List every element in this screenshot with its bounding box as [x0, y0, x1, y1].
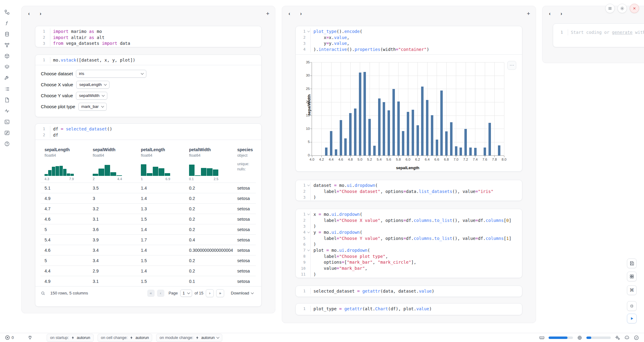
code-cell-dataframe[interactable]: 1df = selected_dataset()2df sepalLengthf… [35, 123, 262, 307]
chart-bar[interactable] [359, 73, 361, 155]
runtime-config-chip[interactable]: on startup:autorun [47, 334, 94, 342]
fold-chevron-icon[interactable] [306, 30, 310, 32]
code-line[interactable]: 2 label="Choose dataset", options=data.l… [296, 188, 522, 194]
code-line[interactable]: 1dataset = mo.ui.dropdown( [296, 182, 522, 188]
package-icon[interactable] [4, 53, 10, 59]
fold-chevron-icon[interactable] [306, 213, 310, 215]
code-line[interactable]: 1x = mo.ui.dropdown( [296, 211, 522, 217]
code-cell-imports[interactable]: 1import marimo as mo2import altair as al… [35, 26, 262, 47]
dropdown-select[interactable]: sepalLength [76, 81, 110, 89]
table-row[interactable]: 4.42.91.40.2setosa [41, 265, 256, 276]
code-line[interactable]: 1df = selected_dataset() [35, 126, 261, 132]
fold-chevron-icon[interactable] [306, 249, 310, 251]
database-icon[interactable] [4, 31, 10, 37]
table-row[interactable]: 53.41.50.2setosa [41, 255, 256, 265]
panel-prev-button[interactable]: ‹ [26, 11, 32, 16]
dropdown-select[interactable]: iris [76, 70, 146, 78]
next-page-button[interactable]: › [206, 289, 214, 297]
tracing-icon[interactable] [4, 108, 10, 114]
save-button[interactable] [627, 258, 637, 268]
code-line[interactable]: 6) [296, 241, 522, 247]
table-column-header[interactable]: petalWidthfloat640.12.5 [185, 140, 233, 183]
chart-bar[interactable] [421, 87, 424, 155]
table-row[interactable]: 4.93.11.50.1setosa [41, 276, 256, 286]
code-line[interactable]: 4y = mo.ui.dropdown( [296, 229, 522, 235]
panel-next-button[interactable]: › [38, 11, 44, 16]
chart-bar[interactable] [388, 110, 390, 155]
chart-bar[interactable] [373, 146, 376, 155]
prev-page-button[interactable]: ‹ [157, 290, 164, 297]
code-line[interactable]: 1import marimo as mo [35, 28, 261, 34]
code-line[interactable]: 5 label="Choose Y value", options=df.col… [296, 235, 522, 241]
code-line[interactable]: 2 label="Choose X value", options=df.col… [296, 217, 522, 223]
interrupt-button[interactable] [627, 301, 637, 311]
chart-bar[interactable] [354, 109, 356, 155]
status-check-icon[interactable] [634, 335, 639, 340]
first-page-button[interactable]: « [147, 290, 155, 297]
chart-bar[interactable] [450, 122, 453, 155]
code-line[interactable]: 9 options=["mark_bar", "mark_circle"], [296, 259, 522, 265]
chart-bar[interactable] [392, 89, 395, 155]
build-icon[interactable] [4, 75, 10, 81]
code-line[interactable]: 1mo.vstack([dataset, x, y, plot]) [35, 57, 261, 63]
table-row[interactable]: 4.931.40.2setosa [41, 193, 256, 203]
download-button[interactable]: Download [231, 291, 253, 295]
copilot-icon[interactable] [624, 335, 630, 340]
chart-bar[interactable] [445, 131, 448, 155]
panel-prev-button[interactable]: ‹ [286, 11, 292, 16]
chart-bar[interactable] [431, 115, 433, 155]
new-code-cell[interactable]: 1Start coding or generate with [553, 23, 644, 47]
document-icon[interactable] [4, 97, 10, 103]
code-line[interactable]: 1plot_type = getattr(alt.Chart(df), plot… [296, 306, 522, 312]
code-cell-plot[interactable]: 1plot_type().encode(2 x=x.value,3 y=y.va… [295, 26, 522, 172]
chart-bar[interactable] [460, 148, 462, 155]
chart-bar[interactable] [417, 125, 419, 155]
code-line[interactable]: 1selected_dataset = getattr(data, datase… [296, 288, 522, 294]
chart-bar[interactable] [464, 129, 467, 155]
chart-bar[interactable] [440, 91, 443, 155]
table-row[interactable]: 4.63.11.50.2setosa [41, 214, 256, 224]
fold-chevron-icon[interactable] [306, 231, 310, 233]
help-icon[interactable] [4, 141, 10, 147]
code-line[interactable]: 3 y=y.value, [296, 40, 522, 46]
code-line[interactable]: 3from vega_datasets import data [35, 40, 261, 46]
runtime-config-chip[interactable]: on cell change:autorun [98, 334, 152, 342]
chart-bar[interactable] [363, 72, 366, 155]
ai-sparkles-icon[interactable] [615, 335, 620, 340]
code-line[interactable]: 1Start coding or generate with [553, 29, 644, 35]
code-line[interactable]: 2df [35, 132, 261, 138]
layers-icon[interactable] [4, 64, 10, 70]
add-cell-button[interactable]: + [525, 10, 531, 17]
code-line[interactable]: 3) [296, 194, 522, 200]
error-indicator[interactable]: 0 [5, 335, 14, 340]
chart-bar[interactable] [378, 98, 381, 155]
dropdown-select[interactable]: sepalWidth [76, 92, 107, 100]
search-icon[interactable] [41, 291, 45, 296]
code-line[interactable]: 7plot = mo.ui.dropdown( [296, 247, 522, 253]
dependency-graph-icon[interactable] [4, 42, 10, 48]
chart-bar[interactable] [330, 131, 332, 155]
panel-next-button[interactable]: › [298, 11, 304, 16]
chart-bar[interactable] [426, 100, 428, 155]
code-line[interactable]: 11) [296, 271, 522, 277]
chart-bar[interactable] [402, 131, 404, 155]
console-icon[interactable] [4, 119, 10, 125]
chart-bar[interactable] [383, 102, 385, 155]
panel-next-button[interactable]: › [558, 11, 564, 16]
table-column-header[interactable]: sepalWidthfloat6424.4 [89, 140, 137, 183]
code-line[interactable]: 3) [296, 223, 522, 229]
code-line[interactable]: 4).interactive().properties(width="conta… [296, 46, 522, 52]
chart-bar[interactable] [325, 148, 327, 155]
chart-bar[interactable] [368, 119, 371, 155]
chart-bar[interactable] [436, 140, 438, 155]
table-column-header[interactable]: speciesobjectunique:nulls: [233, 140, 256, 183]
panel-prev-button[interactable]: ‹ [547, 11, 553, 16]
table-column-header[interactable]: sepalLengthfloat644.37.9 [41, 140, 89, 183]
table-row[interactable]: 5.43.91.70.4setosa [41, 234, 256, 245]
shutdown-button[interactable] [630, 4, 639, 13]
chart-bar[interactable] [455, 146, 457, 155]
table-row[interactable]: 4.73.21.30.2setosa [41, 203, 256, 214]
chart-bar[interactable] [488, 123, 491, 155]
chart-bar[interactable] [498, 145, 500, 155]
chart-bar[interactable] [474, 148, 477, 155]
